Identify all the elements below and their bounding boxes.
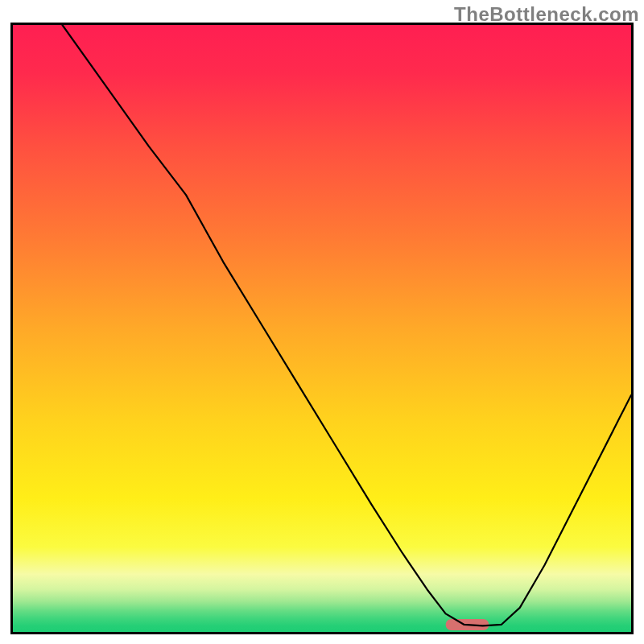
chart-frame — [10, 23, 634, 634]
plot-area — [10, 23, 634, 634]
gradient-background — [13, 25, 631, 632]
chart-svg — [13, 25, 631, 632]
watermark-text: TheBottleneck.com — [454, 3, 639, 26]
